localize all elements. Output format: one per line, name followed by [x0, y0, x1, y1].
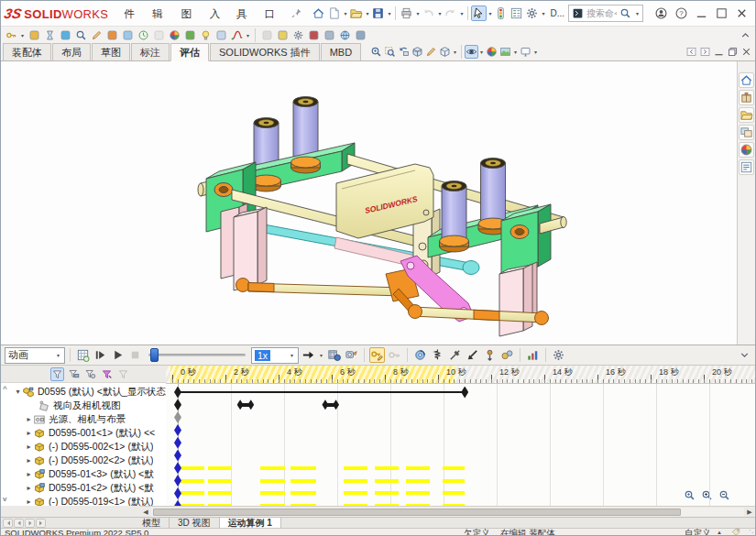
dropdown-caret-icon[interactable]: ▾ [245, 32, 251, 38]
minimize-doc-icon[interactable] [712, 45, 726, 59]
expand-arrow-icon[interactable]: ▸ [25, 443, 33, 451]
dropdown-caret-icon[interactable]: ▾ [487, 10, 493, 16]
collapse-motionbar-icon[interactable] [738, 348, 751, 362]
play-icon[interactable] [110, 347, 126, 363]
expand-arrow-icon[interactable]: ▸ [25, 456, 33, 465]
close-app-icon[interactable] [731, 5, 751, 21]
expand-arrow-icon[interactable]: ▸ [25, 484, 33, 492]
study-properties-icon[interactable] [551, 347, 566, 363]
tree-item[interactable]: ▸D0595-01<3> (默认) <默 [1, 467, 166, 481]
previous-window-icon[interactable] [685, 45, 698, 59]
results-icon[interactable] [525, 347, 541, 363]
search-magnifier-icon[interactable] [619, 6, 632, 20]
change-bar[interactable] [208, 491, 232, 495]
keyframe-diamond[interactable] [174, 487, 181, 499]
dropdown-caret-icon[interactable]: ▾ [364, 10, 370, 16]
timebar-thumb[interactable] [150, 348, 159, 362]
keyframe-diamond[interactable] [174, 387, 181, 399]
duration-bar[interactable] [178, 391, 465, 393]
study-type-select[interactable]: 动画 ▾ [5, 347, 65, 364]
change-bar[interactable] [260, 479, 286, 483]
tree-item[interactable]: 视向及相机视图 [1, 399, 166, 412]
graphics-viewport[interactable]: SOLIDWORKS [1, 61, 755, 345]
exploded-view-icon[interactable] [27, 27, 41, 42]
timeline-zoom-fit-icon[interactable] [683, 488, 696, 502]
keyframe-diamond[interactable] [174, 399, 181, 410]
home-icon[interactable] [311, 5, 326, 21]
display-mode-dropdown[interactable]: 自定义 [685, 528, 711, 536]
spring-icon[interactable] [430, 347, 445, 363]
tree-item[interactable]: ▸D0595-01<2> (默认) <默 [1, 481, 166, 495]
playback-speed-select[interactable]: 1x ▾ [251, 347, 299, 364]
change-bar[interactable] [260, 466, 286, 470]
expand-arrow-icon[interactable]: ▸ [25, 429, 33, 437]
change-bar[interactable] [260, 491, 286, 495]
smart-fasteners-icon[interactable] [4, 27, 18, 42]
hide-show-items-icon[interactable] [465, 45, 478, 59]
change-bar[interactable] [443, 491, 466, 495]
damper-icon[interactable] [447, 347, 463, 363]
view-settings-icon[interactable] [519, 45, 532, 59]
globe-icon[interactable] [337, 27, 352, 42]
maximize-app-icon[interactable] [711, 5, 731, 21]
tab-evaluate[interactable]: 评估 [170, 43, 209, 61]
timebar-slider[interactable] [148, 348, 246, 362]
tree-item[interactable]: ▸光源、相机与布景 [1, 412, 166, 426]
print-icon[interactable] [399, 5, 414, 21]
leaf-icon[interactable] [182, 27, 197, 42]
change-bar[interactable] [443, 466, 466, 470]
keyframe-diamond[interactable] [237, 399, 244, 410]
dropdown-caret-icon[interactable]: ▾ [532, 49, 539, 55]
dropdown-caret-icon[interactable]: ▾ [458, 10, 465, 16]
autokey-icon[interactable] [369, 347, 385, 363]
previous-view-icon[interactable] [397, 45, 411, 59]
filter-selected-icon[interactable] [100, 367, 114, 381]
next-window-icon[interactable] [698, 45, 712, 59]
change-bar[interactable] [375, 491, 399, 495]
play-from-start-icon[interactable] [93, 347, 108, 363]
apply-scene-icon[interactable] [499, 45, 512, 59]
force-icon[interactable] [465, 347, 480, 363]
filter-driving-icon[interactable] [83, 367, 97, 381]
add-key-icon[interactable] [387, 347, 402, 363]
appearance-wheel-icon[interactable] [167, 27, 181, 42]
rotate-component-icon[interactable] [120, 27, 135, 42]
move-component-icon[interactable] [104, 27, 119, 42]
dropdown-caret-icon[interactable]: ▾ [414, 10, 421, 16]
timeline-ruler[interactable]: 0 秒2 秒4 秒6 秒8 秒10 秒12 秒14 秒16 秒18 秒20 秒 [166, 366, 755, 384]
minimize-app-icon[interactable] [691, 5, 711, 21]
collapse-arrow-icon[interactable]: ▾ [14, 388, 22, 396]
change-bar[interactable] [290, 491, 316, 495]
keyframe-diamond[interactable] [174, 450, 181, 462]
change-bar[interactable] [290, 466, 316, 470]
change-bar[interactable] [443, 479, 466, 483]
keyframe-canvas[interactable] [166, 384, 755, 506]
dropdown-caret-icon[interactable]: ▾ [386, 10, 392, 16]
timeline-zoom-in-icon[interactable] [700, 488, 714, 502]
change-bar[interactable] [208, 466, 232, 470]
user-account-icon[interactable] [651, 5, 671, 21]
expand-arrow-icon[interactable]: ▸ [25, 470, 33, 478]
sketch-icon[interactable] [424, 45, 438, 59]
save-animation-icon[interactable] [326, 347, 342, 363]
dropdown-caret-icon[interactable]: ▾ [436, 10, 443, 16]
save-icon[interactable] [370, 5, 386, 21]
keyframe-diamond[interactable] [174, 411, 181, 423]
doc-tab-motion-study-1[interactable]: 运动算例 1 [220, 518, 281, 528]
tab-markup[interactable]: 标注 [131, 43, 170, 60]
keyframe-diamond[interactable] [461, 387, 468, 399]
contact-icon[interactable] [499, 347, 515, 363]
restore-doc-icon[interactable] [726, 45, 740, 59]
change-bar[interactable] [375, 466, 399, 470]
select-icon[interactable] [471, 5, 487, 21]
redo-icon[interactable] [443, 5, 458, 21]
dropdown-caret-icon[interactable]: ▾ [478, 49, 485, 55]
tree-item[interactable]: ▸(-) D0595-002<2> (默认) [1, 454, 166, 467]
design-library-icon[interactable] [739, 90, 754, 105]
open-icon[interactable] [348, 5, 364, 21]
animation-wizard-icon[interactable] [344, 347, 359, 363]
change-bar[interactable] [375, 479, 399, 483]
bulb-icon[interactable] [198, 27, 213, 42]
tree-item[interactable]: ▸D0595-001<1> (默认) << [1, 426, 166, 440]
dropdown-caret-icon[interactable]: ▾ [452, 49, 458, 55]
